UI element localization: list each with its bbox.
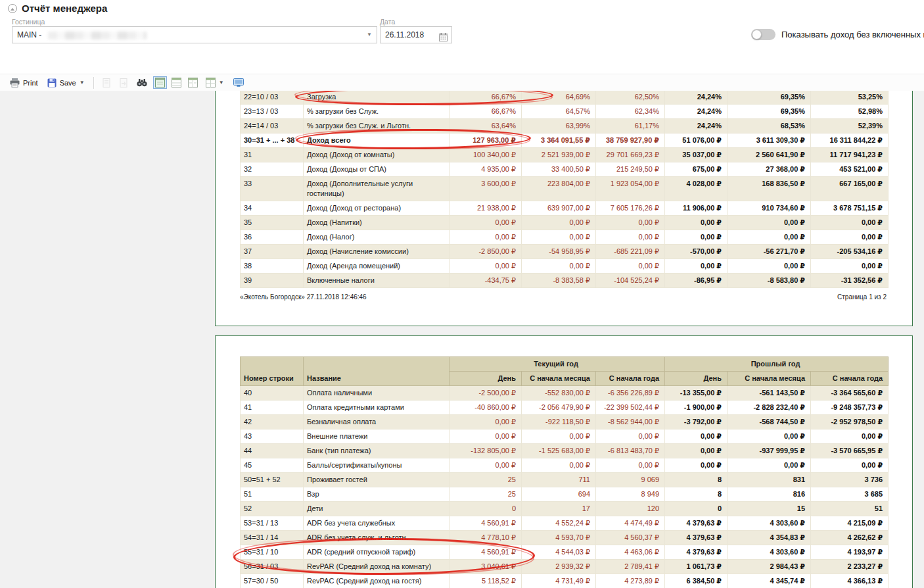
fullscreen-button[interactable] bbox=[230, 77, 247, 88]
value-cell: 69,35% bbox=[728, 91, 811, 105]
value-cell: 3 736 bbox=[811, 473, 889, 487]
fullscreen-icon bbox=[233, 78, 244, 87]
collapse-icon[interactable] bbox=[8, 4, 17, 13]
binoculars-icon bbox=[137, 78, 147, 87]
find-button[interactable] bbox=[133, 77, 150, 88]
row-number-cell: 45 bbox=[241, 458, 304, 473]
value-cell: -922 118,50 ₽ bbox=[522, 415, 596, 429]
value-cell: 63,99% bbox=[522, 119, 596, 134]
table-row: 51Взр256948 94988163 685 bbox=[241, 487, 889, 502]
value-cell: -937 999,95 ₽ bbox=[728, 444, 811, 458]
row-number-cell: 31 bbox=[241, 148, 304, 162]
value-cell: 4 366,13 ₽ bbox=[811, 574, 889, 588]
value-cell: 8 bbox=[665, 473, 728, 487]
chevron-down-icon[interactable]: ▼ bbox=[367, 27, 372, 43]
row-name-cell: Включенные налоги bbox=[304, 274, 450, 288]
value-cell: 21 938,00 ₽ bbox=[450, 201, 522, 216]
date-input[interactable]: 26.11.2018 bbox=[380, 26, 452, 43]
value-cell: -434,75 ₽ bbox=[450, 274, 522, 288]
value-cell: 3 685 bbox=[811, 487, 889, 502]
value-cell: 2 939,32 ₽ bbox=[522, 560, 596, 574]
table-row: 35Доход (Напитки)0,00 ₽0,00 ₽0,00 ₽0,00 … bbox=[241, 216, 889, 230]
view-continuous-button[interactable] bbox=[170, 76, 183, 89]
table-row: 23=13 / 03% загрузки без Служ.66,67%64,5… bbox=[241, 105, 889, 119]
value-cell: 168 836,50 ₽ bbox=[728, 177, 811, 201]
value-cell: 1 061,73 ₽ bbox=[665, 560, 728, 574]
view-single-page-button[interactable] bbox=[153, 76, 167, 89]
value-cell: 0,00 ₽ bbox=[665, 259, 728, 274]
report-toolbar: Print Save ▼ bbox=[0, 74, 924, 91]
table-row: 33Доход (Дополнительные услуги гостиницы… bbox=[241, 177, 889, 201]
row-number-cell: 32 bbox=[241, 162, 304, 177]
value-cell: 62,34% bbox=[596, 105, 665, 119]
table-row: 56=31 / 03RevPAR (Средний доход на комна… bbox=[241, 560, 889, 574]
print-button-label: Print bbox=[23, 79, 38, 87]
row-name-cell: RevPAC (Средний доход на гостя) bbox=[304, 574, 450, 588]
value-cell: 69,35% bbox=[728, 105, 811, 119]
value-cell: 4 354,83 ₽ bbox=[728, 531, 811, 545]
row-name-cell: Доход (Доход от комнаты) bbox=[304, 148, 450, 162]
table-row: 57=30 / 50RevPAC (Средний доход на гостя… bbox=[241, 574, 889, 588]
document-arrow-icon bbox=[120, 78, 127, 87]
value-cell: 25 bbox=[450, 473, 522, 487]
value-cell: 4 379,63 ₽ bbox=[665, 545, 728, 560]
view-options-caret-icon[interactable]: ▼ bbox=[219, 80, 224, 86]
row-number-cell: 35 bbox=[241, 216, 304, 230]
calendar-icon[interactable] bbox=[439, 31, 448, 47]
row-name-cell: ADR без учета служ. и льготн. bbox=[304, 531, 450, 545]
printer-icon bbox=[10, 78, 20, 87]
row-number-cell: 22=10 / 03 bbox=[241, 91, 304, 105]
value-cell: 3 611 309,30 ₽ bbox=[728, 134, 811, 148]
value-cell: 831 bbox=[728, 473, 811, 487]
table-row: 30=31 + ... + 38Доход всего127 963,00 ₽3… bbox=[241, 134, 889, 148]
value-cell: 694 bbox=[522, 487, 596, 502]
save-button[interactable]: Save ▼ bbox=[44, 77, 88, 89]
show-income-without-taxes-toggle[interactable] bbox=[751, 29, 775, 40]
value-cell: -54 958,95 ₽ bbox=[522, 245, 596, 259]
value-cell: 33 400,50 ₽ bbox=[522, 162, 596, 177]
date-label: Дата bbox=[380, 18, 395, 26]
toggle-knob bbox=[752, 30, 762, 39]
date-input-value: 26.11.2018 bbox=[385, 30, 424, 39]
row-name-cell: Доход (Налог) bbox=[304, 230, 450, 245]
row-number-cell: 39 bbox=[241, 274, 304, 288]
value-cell: -9 248 357,73 ₽ bbox=[811, 401, 889, 415]
first-page-button bbox=[99, 77, 114, 89]
view-multiple-pages-button[interactable]: ▼ bbox=[202, 76, 227, 89]
single-page-view-icon bbox=[155, 78, 165, 87]
row-number-cell: 41 bbox=[241, 401, 304, 415]
hotel-select[interactable]: MAIN - ▼ bbox=[12, 26, 377, 43]
value-cell: 4 593,70 ₽ bbox=[522, 531, 596, 545]
value-cell: 4 028,00 ₽ bbox=[665, 177, 728, 201]
value-cell: -104 525,24 ₽ bbox=[596, 274, 665, 288]
row-number-cell: 30=31 + ... + 38 bbox=[241, 134, 304, 148]
value-cell: 0,00 ₽ bbox=[811, 458, 889, 473]
value-cell: 816 bbox=[728, 487, 811, 502]
value-cell: 2 560 641,90 ₽ bbox=[728, 148, 811, 162]
value-cell: 9 069 bbox=[596, 473, 665, 487]
print-button[interactable]: Print bbox=[7, 77, 41, 89]
col-header-ytd-prior: С начала года bbox=[811, 372, 889, 386]
table-row: 53=31 / 13ADR без учета служебных4 560,9… bbox=[241, 516, 889, 531]
tax-toggle-group: Показывать доход без включенных налогов bbox=[751, 29, 924, 40]
row-number-cell: 24=14 / 03 bbox=[241, 119, 304, 134]
report-page-2: Номер строки Название Текущий год Прошлы… bbox=[215, 335, 913, 588]
value-cell: 3 040,61 ₽ bbox=[450, 560, 522, 574]
report-table-1: 22=10 / 03Загрузка66,67%64,69%62,50%24,2… bbox=[240, 91, 889, 288]
value-cell: 1 923 054,00 ₽ bbox=[596, 177, 665, 201]
report-page-1: 22=10 / 03Загрузка66,67%64,69%62,50%24,2… bbox=[215, 91, 913, 326]
row-name-cell: Оплата наличными bbox=[304, 386, 450, 401]
view-two-columns-button[interactable] bbox=[186, 76, 200, 89]
report-table-2: Номер строки Название Текущий год Прошлы… bbox=[240, 356, 889, 588]
value-cell: -2 500,00 ₽ bbox=[450, 386, 522, 401]
row-number-cell: 50=51 + 52 bbox=[241, 473, 304, 487]
value-cell: -205 534,16 ₽ bbox=[811, 245, 889, 259]
col-header-ytd: С начала года bbox=[596, 372, 665, 386]
value-cell: 0,00 ₽ bbox=[728, 458, 811, 473]
row-name-cell: Внешние платежи bbox=[304, 429, 450, 444]
save-dropdown-caret-icon[interactable]: ▼ bbox=[80, 80, 85, 86]
table-row: 52Дети01712001551 bbox=[241, 502, 889, 516]
value-cell: 16 311 844,22 ₽ bbox=[811, 134, 889, 148]
report-footer-source: «Экотель Богородск» 27.11.2018 12:46:46 bbox=[240, 293, 367, 301]
row-name-cell: Безналичная оплата bbox=[304, 415, 450, 429]
